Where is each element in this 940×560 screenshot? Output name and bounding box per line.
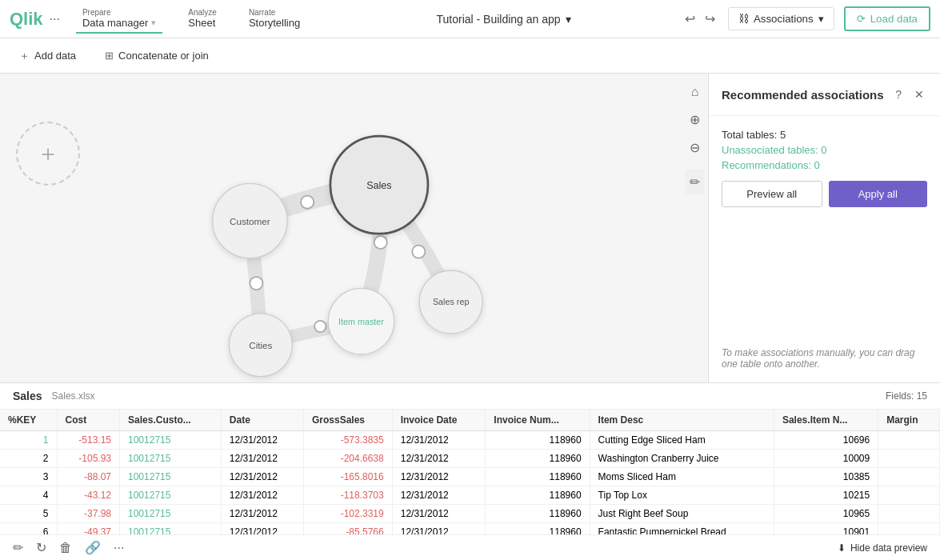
nav-label-analyze: Analyze [188,8,217,17]
cell-margin [878,523,940,535]
cell-custo[interactable]: 10012715 [120,505,222,523]
zoom-in-button[interactable]: ⊕ [685,107,705,132]
panel-body: Total tables: 5 Unassociated tables: 0 R… [709,116,940,334]
cell-invdate: 12/31/2012 [392,505,486,523]
hide-preview-button[interactable]: ⬇ Hide data preview [838,542,927,554]
svg-text:Sales: Sales [366,180,391,191]
nav-section-analyze[interactable]: Analyze Sheet [182,5,223,34]
svg-text:Sales rep: Sales rep [433,297,469,306]
add-data-button[interactable]: ＋ Add data [13,46,82,66]
canvas-area: ＋ Cu [0,74,708,382]
load-data-icon: ⟳ [857,13,866,25]
table-fields: Fields: 15 [886,390,927,402]
load-data-button[interactable]: ⟳ Load data [844,6,930,31]
cell-gross: -165.8016 [303,468,392,486]
cell-key: 6 [0,523,57,535]
link-button[interactable]: 🔗 [85,540,101,555]
nav-center: Tutorial - Building an app ▾ [326,13,682,26]
cell-cost: -37.98 [57,505,119,523]
col-margin: Margin [878,410,940,431]
cell-date: 12/31/2012 [221,486,303,505]
bottom-area: Sales Sales.xlsx Fields: 15 %KEY Cost Sa… [0,382,940,560]
canvas-tools: ⌂ ⊕ ⊖ ✏ [682,74,708,382]
more-button[interactable]: ··· [114,540,124,555]
cell-itemdesc: Washington Cranberry Juice [590,450,774,468]
col-itemn: Sales.Item N... [774,410,878,431]
add-table-button[interactable]: ＋ [16,122,80,186]
data-table: %KEY Cost Sales.Custo... Date GrossSales… [0,410,940,534]
cell-itemn: 10215 [774,486,878,505]
bottom-tools: ✏ ↻ 🗑 🔗 ··· [13,540,124,555]
cell-itemdesc: Tip Top Lox [590,486,774,505]
cell-margin [878,486,940,505]
cell-custo[interactable]: 10012715 [120,468,222,486]
refresh-button[interactable]: ↻ [36,540,46,555]
cell-custo[interactable]: 10012715 [120,431,222,450]
associations-chevron: ▾ [818,13,824,25]
delete-button[interactable]: 🗑 [59,540,72,555]
table-scroll[interactable]: %KEY Cost Sales.Custo... Date GrossSales… [0,410,940,534]
undo-redo-group: ↩ ↪ [682,8,718,30]
table-header-row: %KEY Cost Sales.Custo... Date GrossSales… [0,410,940,431]
edit-table-button[interactable]: ✏ [13,540,23,555]
redo-button[interactable]: ↪ [702,8,718,30]
cell-invdate: 12/31/2012 [392,523,486,535]
apply-all-button[interactable]: Apply all [829,181,928,207]
undo-button[interactable]: ↩ [682,8,698,30]
cell-custo[interactable]: 10012715 [120,450,222,468]
cell-custo[interactable]: 10012715 [120,486,222,505]
cell-cost: -88.07 [57,468,119,486]
cell-cost: -49.37 [57,523,119,535]
cell-invnum: 118960 [486,505,590,523]
cell-key: 2 [0,450,57,468]
cell-key[interactable]: 1 [0,431,57,450]
cell-invdate: 12/31/2012 [392,431,486,450]
cell-itemn: 10696 [774,431,878,450]
zoom-out-button[interactable]: ⊖ [685,135,705,160]
cell-itemdesc: Fantastic Pumpernickel Bread [590,523,774,535]
edit-tool-button[interactable]: ✏ [685,170,705,194]
unassociated-link[interactable]: Unassociated tables: 0 [722,144,827,156]
panel-help-button[interactable]: ? [892,85,905,104]
cell-cost: -513.15 [57,431,119,450]
add-icon: ＋ [19,49,30,63]
table-row: 3 -88.07 10012715 12/31/2012 -165.8016 1… [0,468,940,486]
nav-section-narrate[interactable]: Narrate Storytelling [242,5,306,34]
app-title-arrow: ▾ [566,13,571,26]
total-tables-row: Total tables: 5 [722,129,927,141]
preview-all-button[interactable]: Preview all [722,181,822,207]
cell-date: 12/31/2012 [221,523,303,535]
panel-close-button[interactable]: ✕ [911,85,927,104]
cell-margin [878,431,940,450]
hide-preview-label: Hide data preview [850,542,927,554]
cell-itemn: 10901 [774,523,878,535]
panel-actions: Preview all Apply all [722,181,927,207]
hide-preview-icon: ⬇ [838,542,846,554]
nav-right: ↩ ↪ ⛓ Associations ▾ ⟳ Load data [682,6,930,31]
table-file: Sales.xlsx [52,390,95,402]
cell-itemn: 10385 [774,468,878,486]
cell-cost: -43.12 [57,486,119,505]
nav-label-narrate: Narrate [249,8,300,17]
table-row: 6 -49.37 10012715 12/31/2012 -85.5766 12… [0,523,940,535]
toolbar: ＋ Add data ⊞ Concatenate or join [0,38,940,74]
cell-gross: -573.3835 [303,431,392,450]
nav-section-prepare[interactable]: Prepare Data manager ▾ [76,5,162,34]
app-title[interactable]: Tutorial - Building an app ▾ [436,13,570,26]
cell-invnum: 118960 [486,450,590,468]
concat-join-button[interactable]: ⊞ Concatenate or join [98,46,215,65]
col-key: %KEY [0,410,57,431]
panel-title: Recommended associations [722,88,884,102]
cell-gross: -118.3703 [303,486,392,505]
table-row: 2 -105.93 10012715 12/31/2012 -204.6638 … [0,450,940,468]
table-row: 5 -37.98 10012715 12/31/2012 -102.3319 1… [0,505,940,523]
home-tool-button[interactable]: ⌂ [686,80,704,104]
recommendations-link[interactable]: Recommendations: 0 [722,159,820,171]
associations-button[interactable]: ⛓ Associations ▾ [728,7,834,30]
cell-date: 12/31/2012 [221,431,303,450]
cell-custo[interactable]: 10012715 [120,523,222,535]
associations-icon: ⛓ [738,13,749,25]
cell-key: 4 [0,486,57,505]
total-tables-label: Total tables: 5 [722,129,786,141]
nav-menu-icon[interactable]: ··· [50,12,60,26]
